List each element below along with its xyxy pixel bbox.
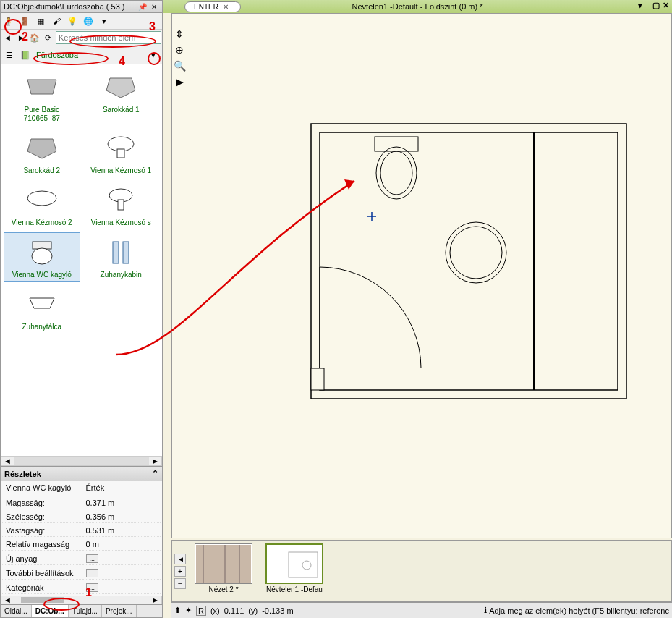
light-icon[interactable]: 💡 (65, 14, 80, 28)
object-label: Vienna Kézmosó 1 (90, 166, 151, 175)
details-title: Részletek (4, 470, 41, 478)
play-icon[interactable]: ▶ (176, 76, 184, 88)
details-hscroll[interactable]: ◄► (1, 596, 162, 604)
close-icon[interactable]: ✕ (149, 3, 159, 11)
svg-point-2 (27, 191, 56, 206)
maximize-icon[interactable]: ▢ (651, 1, 661, 10)
details-value-header: Érték (82, 482, 161, 494)
search-input[interactable] (56, 31, 161, 44)
details-header[interactable]: Részletek ⌃ (1, 467, 162, 481)
detail-value[interactable]: ... (82, 581, 161, 594)
detail-key: Magasság: (2, 497, 81, 509)
object-thumb (101, 182, 141, 217)
details-panel: Részletek ⌃ Vienna WC kagyló Érték Magas… (1, 466, 162, 604)
settings-icon[interactable]: ▾ (97, 14, 111, 28)
zoom-minus-icon[interactable]: − (174, 578, 186, 589)
snap-icon[interactable]: ✦ (185, 606, 192, 615)
zoom-icon[interactable]: 🔍 (174, 60, 186, 72)
detail-value[interactable]: 0.371 m (82, 497, 161, 509)
detail-value[interactable]: 0 m (82, 538, 161, 551)
object-item[interactable]: Vienna WC kagyló (4, 232, 80, 282)
object-item[interactable]: Vienna Kézmosó s (83, 180, 160, 229)
list-view-icon[interactable]: ☰ (2, 48, 17, 62)
preview-dock: ◄ + − Nézet 2 *Névtelen1 -Defau (171, 540, 672, 602)
detail-value[interactable]: 0.356 m (82, 511, 161, 523)
dropdown-icon[interactable]: ▾ (146, 48, 161, 62)
minimize-to-tray-icon[interactable]: ▾ (637, 1, 644, 10)
back-icon[interactable]: ◄ (1, 30, 14, 45)
pan-up-down-icon[interactable]: ⇕ (175, 28, 184, 40)
coord-x-label: (x) (210, 606, 220, 615)
forward-icon[interactable]: ► (15, 30, 27, 45)
object-thumb (22, 130, 62, 165)
globe-icon[interactable]: 🌐 (81, 14, 95, 28)
svg-point-15 (376, 147, 417, 199)
pin-icon[interactable]: 📌 (136, 3, 149, 11)
relative-icon[interactable]: R (196, 606, 206, 616)
ellipsis-button[interactable]: ... (86, 583, 99, 592)
details-table: Vienna WC kagyló Érték (1, 481, 162, 496)
floorplan-drawing (310, 122, 628, 412)
panel-toolbar-1: 🧍 🚪 ▦ 🖌 💡 🌐 ▾ (1, 13, 162, 30)
north-icon[interactable]: ⬆ (174, 606, 181, 615)
window-close-icon[interactable]: ✕ (661, 1, 671, 10)
object-item[interactable]: Sarokkád 2 (4, 128, 80, 177)
detail-value[interactable]: ... (82, 567, 161, 580)
panel-tab[interactable]: Projek... (102, 605, 137, 617)
svg-rect-14 (375, 137, 418, 151)
object-label: Vienna WC kagyló (12, 271, 72, 279)
status-bar: ⬆ ✦ R (x) 0.111 (y) -0.133 m ℹ Adja meg … (171, 602, 672, 618)
panel-tab[interactable]: Tulajd... (69, 605, 102, 617)
detail-value[interactable]: ... (82, 552, 161, 565)
details-name: Vienna WC kagyló (2, 482, 81, 494)
preview-thumb (265, 543, 323, 584)
home-icon[interactable]: 🏠 (29, 30, 41, 45)
refresh-icon[interactable]: ⟳ (42, 30, 54, 45)
zoom-plus-icon[interactable]: + (174, 566, 186, 577)
view-tab-bar: ENTER ✕ (184, 0, 241, 13)
detail-value[interactable]: 0.531 m (82, 525, 161, 537)
breadcrumb-text[interactable]: Fürdoszoba (34, 50, 145, 60)
object-item[interactable]: Vienna Kézmosó 2 (4, 180, 80, 229)
detail-key: Szélesség: (2, 511, 81, 523)
tab-close-icon[interactable]: ✕ (223, 3, 229, 11)
catalog-icon[interactable]: 🧍 (1, 14, 16, 28)
prev-left-icon[interactable]: ◄ (174, 554, 186, 564)
view-tab-label: ENTER (194, 3, 218, 11)
preview-tile[interactable]: Névtelen1 -Defau (262, 543, 327, 598)
pan-icon[interactable]: ⊕ (175, 44, 184, 56)
door-icon[interactable]: 🚪 (17, 14, 32, 28)
minimize-icon[interactable]: _ (644, 1, 651, 10)
object-item[interactable]: Pure Basic 710665_87 (4, 67, 80, 125)
drawing-canvas[interactable]: ⇕ ⊕ 🔍 ▶ (171, 13, 672, 538)
window-controls: ▾ _ ▢ ✕ (637, 1, 671, 10)
paint-icon[interactable]: 🖌 (49, 14, 64, 28)
collapse-icon[interactable]: ⌃ (152, 469, 158, 478)
detail-key: Új anyag (2, 552, 81, 565)
svg-point-16 (380, 151, 412, 195)
coord-y-label: (y) (248, 606, 258, 615)
folder-icon[interactable]: 📗 (18, 48, 33, 62)
preview-tile[interactable]: Nézet 2 * (191, 543, 256, 598)
status-hint-text: Adja meg az elem(ek) helyét (F5 billenty… (489, 606, 669, 615)
main-titlebar: ENTER ✕ Névtelen1 -Default - Földszint (… (163, 0, 672, 13)
svg-point-6 (32, 248, 52, 264)
object-item[interactable]: Sarokkád 1 (83, 67, 160, 125)
grid-icon[interactable]: ▦ (33, 14, 48, 28)
ellipsis-button[interactable]: ... (86, 569, 99, 577)
ellipsis-button[interactable]: ... (86, 554, 99, 563)
svg-point-17 (446, 222, 506, 283)
hscroll[interactable]: ◄► (1, 456, 162, 466)
svg-rect-25 (267, 545, 322, 583)
object-item[interactable]: Zuhanytálca (4, 284, 80, 334)
canvas-vtoolbar: ⇕ ⊕ 🔍 ▶ (172, 28, 187, 88)
bottom-tabs: Oldal...DC:Ob...Tulajd...Projek... (1, 604, 162, 617)
object-thumb (22, 69, 62, 104)
object-thumb (101, 130, 141, 165)
object-item[interactable]: Zuhanykabin (83, 232, 160, 282)
panel-tab[interactable]: DC:Ob... (32, 605, 69, 617)
object-item[interactable]: Vienna Kézmosó 1 (83, 128, 160, 177)
detail-key: Kategóriák (2, 581, 81, 594)
view-tab-enter[interactable]: ENTER ✕ (184, 1, 241, 12)
panel-tab[interactable]: Oldal... (1, 605, 32, 617)
